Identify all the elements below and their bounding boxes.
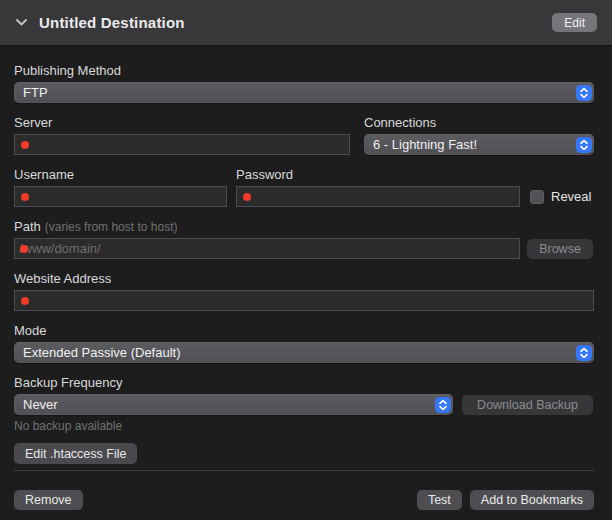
- edit-htaccess-button[interactable]: Edit .htaccess File: [14, 443, 137, 464]
- server-label: Server: [14, 115, 350, 130]
- path-label: Path: [14, 219, 41, 234]
- chevron-up-down-icon: [576, 345, 592, 361]
- remove-button[interactable]: Remove: [14, 490, 83, 510]
- backup-status-text: No backup available: [14, 419, 594, 433]
- chevron-up-down-icon: [435, 397, 451, 413]
- publishing-method-label: Publishing Method: [14, 63, 594, 78]
- backup-frequency-label: Backup Frequency: [14, 375, 594, 390]
- mode-select[interactable]: Extended Passive (Default): [14, 342, 594, 363]
- backup-frequency-select[interactable]: Never: [14, 394, 453, 415]
- chevron-down-icon[interactable]: [15, 18, 28, 27]
- page-title: Untitled Destination: [39, 14, 552, 31]
- test-button[interactable]: Test: [417, 490, 462, 510]
- edit-button[interactable]: Edit: [552, 13, 597, 32]
- chevron-up-down-icon: [576, 137, 592, 153]
- browse-button[interactable]: Browse: [527, 239, 593, 259]
- website-address-field-wrap: [14, 290, 594, 311]
- server-input[interactable]: [14, 134, 350, 155]
- footer-bar: Remove Test Add to Bookmarks: [0, 471, 612, 510]
- path-hint: (varies from host to host): [45, 220, 178, 234]
- website-address-label: Website Address: [14, 271, 594, 286]
- reveal-checkbox[interactable]: [530, 190, 544, 204]
- add-to-bookmarks-button[interactable]: Add to Bookmarks: [470, 490, 594, 510]
- username-input[interactable]: [14, 186, 227, 207]
- password-label: Password: [236, 167, 520, 182]
- backup-frequency-value: Never: [23, 397, 58, 412]
- password-field-wrap: [236, 186, 520, 207]
- chevron-up-down-icon: [576, 85, 592, 101]
- username-label: Username: [14, 167, 227, 182]
- username-field-wrap: [14, 186, 227, 207]
- mode-value: Extended Passive (Default): [23, 345, 181, 360]
- connections-select[interactable]: 6 - Lightning Fast!: [364, 134, 594, 155]
- download-backup-button[interactable]: Download Backup: [462, 395, 593, 415]
- connections-label: Connections: [364, 115, 594, 130]
- reveal-label: Reveal: [551, 189, 591, 204]
- server-field-wrap: [14, 134, 350, 155]
- mode-label: Mode: [14, 323, 594, 338]
- destination-header: Untitled Destination Edit: [0, 0, 612, 46]
- destination-form: Publishing Method FTP Server Connections…: [0, 46, 612, 471]
- path-field-wrap: [14, 238, 520, 259]
- publishing-method-select[interactable]: FTP: [14, 82, 594, 103]
- connections-value: 6 - Lightning Fast!: [373, 137, 477, 152]
- path-input[interactable]: [14, 238, 520, 259]
- publishing-method-value: FTP: [23, 85, 48, 100]
- password-input[interactable]: [236, 186, 520, 207]
- website-address-input[interactable]: [14, 290, 594, 311]
